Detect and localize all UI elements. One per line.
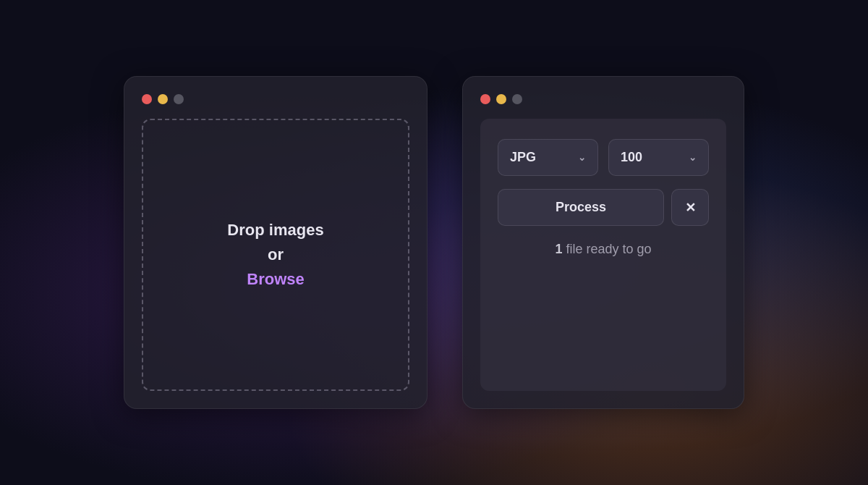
quality-value: 100 <box>621 150 642 165</box>
close-dot-left[interactable] <box>142 94 152 104</box>
drop-line2: or <box>268 245 284 263</box>
browse-label[interactable]: Browse <box>247 270 304 288</box>
maximize-dot-right[interactable] <box>512 94 522 104</box>
close-icon: ✕ <box>685 200 696 216</box>
left-panel: Drop images or Browse <box>124 76 427 409</box>
left-window-controls <box>142 94 409 104</box>
maximize-dot-left[interactable] <box>174 94 184 104</box>
quality-dropdown[interactable]: 100 ⌄ <box>608 139 709 176</box>
format-chevron-icon: ⌄ <box>578 152 586 163</box>
close-dot-right[interactable] <box>480 94 490 104</box>
process-button[interactable]: Process <box>498 189 664 226</box>
right-window-controls <box>480 94 726 104</box>
file-count-suffix: file ready to go <box>562 242 651 256</box>
file-count-number: 1 <box>555 242 562 256</box>
file-count-display: 1 file ready to go <box>498 242 709 257</box>
drop-text: Drop images or Browse <box>227 218 323 292</box>
minimize-dot-left[interactable] <box>158 94 168 104</box>
inner-panel: JPG ⌄ 100 ⌄ Process ✕ 1 file ready to go <box>480 119 726 391</box>
drop-zone[interactable]: Drop images or Browse <box>142 119 409 391</box>
controls-row: JPG ⌄ 100 ⌄ <box>498 139 709 176</box>
process-row: Process ✕ <box>498 189 709 226</box>
process-label: Process <box>556 200 606 214</box>
quality-chevron-icon: ⌄ <box>689 152 697 163</box>
minimize-dot-right[interactable] <box>496 94 506 104</box>
drop-line1: Drop images <box>227 221 323 239</box>
format-value: JPG <box>510 150 536 165</box>
format-dropdown[interactable]: JPG ⌄ <box>498 139 598 176</box>
right-panel: JPG ⌄ 100 ⌄ Process ✕ 1 file ready to go <box>462 76 744 409</box>
panels-container: Drop images or Browse JPG ⌄ 100 ⌄ <box>124 76 744 409</box>
clear-button[interactable]: ✕ <box>671 189 709 226</box>
